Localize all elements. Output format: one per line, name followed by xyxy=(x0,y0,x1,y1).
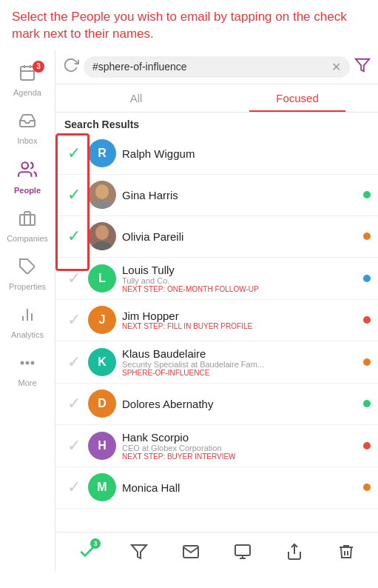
sidebar-item-label-people: People xyxy=(14,186,41,195)
check-area[interactable]: ✓ xyxy=(60,144,88,163)
clear-icon[interactable]: ✕ xyxy=(331,60,341,74)
contact-name: Olivia Pareili xyxy=(122,230,359,243)
people-icon xyxy=(18,160,37,184)
toolbar-mail-icon xyxy=(182,543,200,561)
toolbar-filter-icon xyxy=(130,543,148,561)
contact-name: Dolores Abernathy xyxy=(122,398,359,410)
sidebar-item-inbox[interactable]: Inbox xyxy=(0,104,55,153)
contact-sub: CEO at Globex Corporation xyxy=(122,444,359,452)
sidebar-item-label-inbox: Inbox xyxy=(18,136,38,145)
toolbar-mail-button[interactable] xyxy=(176,537,206,567)
avatar: J xyxy=(88,306,116,334)
check-area[interactable]: ✓ xyxy=(60,478,88,497)
contact-sub: Security Specialist at Baudelaire Fam... xyxy=(122,360,359,369)
avatar: K xyxy=(88,348,116,376)
check-area[interactable]: ✓ xyxy=(60,227,88,246)
status-dot xyxy=(363,400,371,407)
svg-rect-0 xyxy=(21,67,34,80)
sidebar-item-label-analytics: Analytics xyxy=(11,330,44,339)
svg-point-16 xyxy=(95,184,109,199)
search-value: #sphere-of-influence xyxy=(92,61,327,73)
contact-info: Louis Tully Tully and Co. NEXT STEP: ONE… xyxy=(122,264,359,293)
sidebar-item-label-companies: Companies xyxy=(7,234,48,243)
sidebar-item-label-properties: Properties xyxy=(9,282,46,291)
list-item[interactable]: ✓ M Monica Hall xyxy=(55,467,378,509)
list-item[interactable]: ✓ R Ralph Wiggum xyxy=(55,133,378,175)
avatar xyxy=(88,222,116,250)
more-icon xyxy=(18,354,36,376)
sidebar-item-companies[interactable]: Companies xyxy=(0,202,55,250)
tabs: All Focused xyxy=(55,84,378,113)
toolbar-trash-icon xyxy=(337,543,355,561)
checkmark-checked[interactable]: ✓ xyxy=(67,227,81,246)
contact-name: Klaus Baudelaire xyxy=(122,347,359,360)
toolbar-trash-button[interactable] xyxy=(331,537,361,567)
contact-info: Klaus Baudelaire Security Specialist at … xyxy=(122,347,359,377)
check-area[interactable]: ✓ xyxy=(60,185,88,204)
contact-info: Gina Harris xyxy=(122,189,359,201)
svg-rect-21 xyxy=(235,545,250,555)
check-area[interactable]: ✓ xyxy=(60,394,88,413)
checkmark-unchecked[interactable]: ✓ xyxy=(67,269,81,288)
list-item[interactable]: ✓ D Dolores Abernathy xyxy=(55,384,378,425)
contact-sub: Tully and Co. xyxy=(122,276,359,285)
sidebar-item-properties[interactable]: Properties xyxy=(0,250,55,298)
sidebar-item-analytics[interactable]: Analytics xyxy=(0,298,55,347)
contact-tag: SPHERE-OF-INFLUENCE xyxy=(122,369,359,377)
toolbar-share-icon xyxy=(286,543,303,561)
contact-name: Ralph Wiggum xyxy=(122,147,371,160)
avatar: L xyxy=(88,264,116,293)
list-item[interactable]: ✓ L Louis Tully Tully and Co. NEXT STEP:… xyxy=(55,258,378,300)
checkmark-checked[interactable]: ✓ xyxy=(67,144,81,163)
list-item[interactable]: ✓ K Klaus Baudelaire Security Specialist… xyxy=(55,341,378,384)
main-container: 3 Agenda Inbox xyxy=(0,50,378,572)
status-dot xyxy=(363,484,371,491)
checkmark-unchecked[interactable]: ✓ xyxy=(67,478,81,497)
sidebar-item-more[interactable]: More xyxy=(0,347,55,395)
checkmark-unchecked[interactable]: ✓ xyxy=(67,436,81,455)
filter-icon[interactable] xyxy=(354,57,371,77)
results-header: Search Results xyxy=(55,113,378,133)
tab-all[interactable]: All xyxy=(55,84,217,112)
status-dot xyxy=(363,191,371,198)
check-area[interactable]: ✓ xyxy=(60,269,88,288)
toolbar-screen-button[interactable] xyxy=(228,537,257,567)
contact-info: Ralph Wiggum xyxy=(122,147,371,160)
checkmark-unchecked[interactable]: ✓ xyxy=(67,310,81,330)
search-input-wrap[interactable]: #sphere-of-influence ✕ xyxy=(84,56,350,78)
sidebar-item-agenda[interactable]: 3 Agenda xyxy=(0,56,55,104)
contact-info: Dolores Abernathy xyxy=(122,398,359,410)
toolbar-check-badge: 3 xyxy=(90,538,101,549)
toolbar-check-button[interactable]: 3 xyxy=(72,537,102,567)
checkmark-checked[interactable]: ✓ xyxy=(67,185,81,204)
contact-name: Gina Harris xyxy=(122,189,359,201)
contact-info: Olivia Pareili xyxy=(122,230,359,243)
sidebar-item-people[interactable]: People xyxy=(0,153,55,202)
list-item[interactable]: ✓ Olivia Pareili xyxy=(55,216,378,258)
check-area[interactable]: ✓ xyxy=(60,353,88,372)
tab-focused[interactable]: Focused xyxy=(217,84,378,112)
search-bar: #sphere-of-influence ✕ xyxy=(55,50,378,84)
status-dot xyxy=(363,442,371,450)
instruction-banner: Select the People you wish to email by t… xyxy=(0,0,378,50)
check-area[interactable]: ✓ xyxy=(60,436,88,455)
checkmark-unchecked[interactable]: ✓ xyxy=(67,394,81,413)
svg-point-14 xyxy=(32,361,34,364)
svg-marker-20 xyxy=(132,545,146,558)
toolbar-share-button[interactable] xyxy=(280,537,309,567)
avatar xyxy=(88,181,116,209)
contact-next-step: NEXT STEP: FILL IN BUYER PROFILE xyxy=(122,322,359,330)
contact-list: ✓ R Ralph Wiggum ✓ Gina Harris xyxy=(55,133,378,532)
checkmark-unchecked[interactable]: ✓ xyxy=(67,353,81,372)
list-item[interactable]: ✓ H Hank Scorpio CEO at Globex Corporati… xyxy=(55,425,378,467)
refresh-icon[interactable] xyxy=(63,57,79,77)
instruction-text: Select the People you wish to email by t… xyxy=(12,9,366,43)
toolbar-filter-button[interactable] xyxy=(124,537,154,567)
svg-point-18 xyxy=(95,225,109,240)
contact-name: Jim Hopper xyxy=(122,310,359,322)
toolbar-screen-icon xyxy=(234,543,252,561)
check-area[interactable]: ✓ xyxy=(60,310,88,330)
analytics-icon xyxy=(18,306,36,328)
list-item[interactable]: ✓ Gina Harris xyxy=(55,175,378,216)
list-item[interactable]: ✓ J Jim Hopper NEXT STEP: FILL IN BUYER … xyxy=(55,300,378,341)
